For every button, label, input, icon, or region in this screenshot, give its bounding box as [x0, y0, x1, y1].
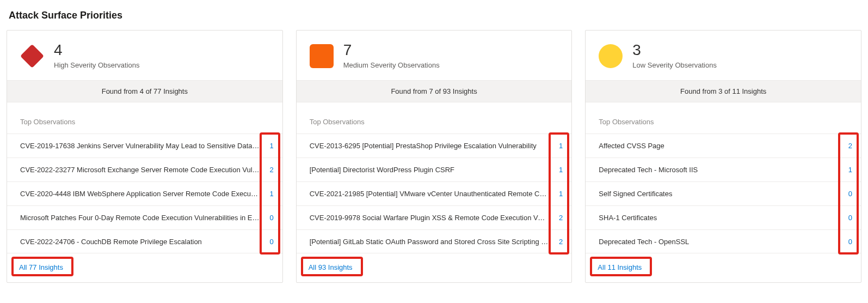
high-observation-list: CVE-2019-17638 Jenkins Server Vulnerabil…: [7, 134, 282, 253]
observation-count[interactable]: 0: [842, 190, 852, 198]
observation-row[interactable]: [Potential] Directorist WordPress Plugin…: [297, 157, 572, 181]
observation-count[interactable]: 1: [553, 166, 563, 174]
all-insights-link-low[interactable]: All 11 Insights: [594, 261, 645, 274]
all-insights-link-high[interactable]: All 77 Insights: [16, 261, 66, 274]
svg-rect-0: [20, 44, 44, 68]
observation-title: CVE-2020-4448 IBM WebSphere Application …: [20, 190, 264, 198]
observation-title: CVE-2021-21985 [Potential] VMware vCente…: [310, 190, 553, 198]
observation-title: Deprecated Tech - OpenSSL: [599, 238, 842, 246]
severity-medium-icon: [310, 44, 334, 68]
card-low-severity: 3 Low Severity Observations Found from 3…: [585, 30, 861, 283]
observation-count[interactable]: 1: [553, 142, 563, 150]
medium-found-line: Found from 7 of 93 Insights: [297, 80, 572, 102]
observation-row[interactable]: Deprecated Tech - OpenSSL 0: [586, 229, 861, 253]
low-found-line: Found from 3 of 11 Insights: [586, 80, 861, 102]
low-observation-list: Affected CVSS Page 2 Deprecated Tech - M…: [586, 134, 861, 253]
high-subtitle: High Severity Observations: [54, 61, 140, 69]
observation-row[interactable]: CVE-2021-21985 [Potential] VMware vCente…: [297, 181, 572, 205]
observation-count[interactable]: 2: [842, 142, 852, 150]
top-observations-label: Top Observations: [7, 102, 282, 134]
observation-row[interactable]: CVE-2022-24706 - CouchDB Remote Privileg…: [7, 229, 282, 253]
observation-row[interactable]: CVE-2022-23277 Microsoft Exchange Server…: [7, 157, 282, 181]
observation-title: CVE-2013-6295 [Potential] PrestaShop Pri…: [310, 142, 553, 150]
top-observations-label: Top Observations: [297, 102, 572, 134]
observation-title: Microsoft Patches Four 0-Day Remote Code…: [20, 214, 264, 222]
observation-count[interactable]: 2: [553, 214, 563, 222]
high-found-line: Found from 4 of 77 Insights: [7, 80, 282, 102]
observation-count[interactable]: 1: [264, 142, 274, 150]
observation-title: CVE-2022-23277 Microsoft Exchange Server…: [20, 166, 264, 174]
observation-count[interactable]: 1: [264, 190, 274, 198]
observation-count[interactable]: 2: [264, 166, 274, 174]
card-header: 4 High Severity Observations: [7, 31, 282, 80]
observation-row[interactable]: Self Signed Certificates 0: [586, 181, 861, 205]
observation-count[interactable]: 0: [264, 214, 274, 222]
observation-row[interactable]: Microsoft Patches Four 0-Day Remote Code…: [7, 205, 282, 229]
medium-subtitle: Medium Severity Observations: [343, 61, 440, 69]
high-count: 4: [54, 43, 140, 58]
observation-count[interactable]: 1: [553, 190, 563, 198]
card-high-severity: 4 High Severity Observations Found from …: [7, 30, 283, 283]
observation-count[interactable]: 1: [842, 166, 852, 174]
observation-row[interactable]: Affected CVSS Page 2: [586, 134, 861, 157]
observation-title: Self Signed Certificates: [599, 190, 842, 198]
observation-row[interactable]: CVE-2019-17638 Jenkins Server Vulnerabil…: [7, 134, 282, 157]
observation-title: CVE-2019-9978 Social Warfare Plugin XSS …: [310, 214, 553, 222]
low-subtitle: Low Severity Observations: [632, 61, 717, 69]
observation-row[interactable]: Deprecated Tech - Microsoft IIS 1: [586, 157, 861, 181]
observation-count[interactable]: 2: [553, 238, 563, 246]
page-title: Attack Surface Priorities: [9, 10, 861, 21]
observation-title: [Potential] Directorist WordPress Plugin…: [310, 166, 553, 174]
observation-title: Affected CVSS Page: [599, 142, 842, 150]
medium-observation-list: CVE-2013-6295 [Potential] PrestaShop Pri…: [297, 134, 572, 253]
observation-title: CVE-2022-24706 - CouchDB Remote Privileg…: [20, 238, 264, 246]
observation-count[interactable]: 0: [264, 238, 274, 246]
observation-count[interactable]: 0: [842, 214, 852, 222]
observation-row[interactable]: SHA-1 Certificates 0: [586, 205, 861, 229]
card-header: 7 Medium Severity Observations: [297, 31, 572, 80]
observation-title: Deprecated Tech - Microsoft IIS: [599, 166, 842, 174]
severity-low-icon: [599, 44, 623, 68]
observation-row[interactable]: [Potential] GitLab Static OAuth Password…: [297, 229, 572, 253]
observation-title: [Potential] GitLab Static OAuth Password…: [310, 238, 553, 246]
observation-row[interactable]: CVE-2013-6295 [Potential] PrestaShop Pri…: [297, 134, 572, 157]
observation-title: SHA-1 Certificates: [599, 214, 842, 222]
observation-row[interactable]: CVE-2020-4448 IBM WebSphere Application …: [7, 181, 282, 205]
low-count: 3: [632, 43, 717, 58]
card-header: 3 Low Severity Observations: [586, 31, 861, 80]
all-insights-link-medium[interactable]: All 93 Insights: [305, 261, 356, 274]
severity-high-icon: [20, 44, 44, 68]
card-medium-severity: 7 Medium Severity Observations Found fro…: [296, 30, 572, 283]
top-observations-label: Top Observations: [586, 102, 861, 134]
observation-count[interactable]: 0: [842, 238, 852, 246]
observation-title: CVE-2019-17638 Jenkins Server Vulnerabil…: [20, 142, 264, 150]
medium-count: 7: [343, 43, 440, 58]
observation-row[interactable]: CVE-2019-9978 Social Warfare Plugin XSS …: [297, 205, 572, 229]
priority-cards: 4 High Severity Observations Found from …: [7, 30, 861, 283]
